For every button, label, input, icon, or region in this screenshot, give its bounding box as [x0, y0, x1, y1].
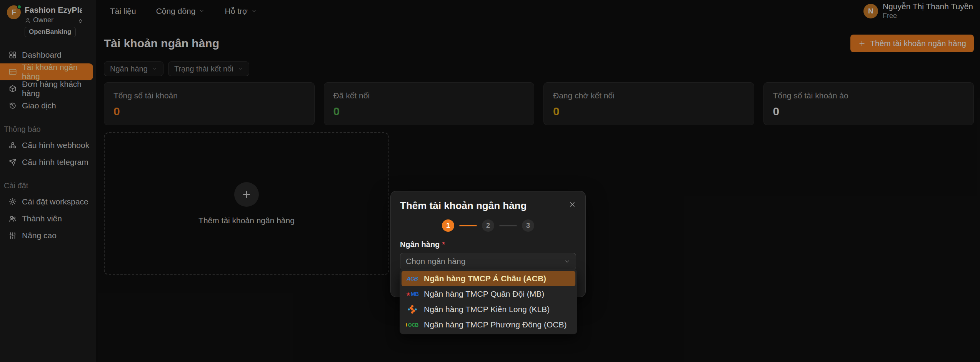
- bank-option-label: Ngân hàng TMCP Phương Đông (OCB): [424, 320, 567, 329]
- bank-field-label-text: Ngân hàng: [400, 240, 440, 249]
- step-1-active: 1: [442, 219, 454, 232]
- stepper: 1 2 3: [400, 219, 576, 232]
- klb-logo: [406, 304, 418, 314]
- chevron-down-icon: [564, 258, 570, 265]
- klb-logo-icon: [407, 304, 417, 314]
- required-asterisk: *: [442, 240, 445, 249]
- mb-logo: ★MB: [406, 291, 418, 297]
- modal-title: Thêm tài khoản ngân hàng: [400, 200, 576, 212]
- ocb-logo: OCB: [406, 322, 418, 328]
- bank-option-acb[interactable]: ACB Ngân hàng TMCP Á Châu (ACB): [402, 271, 575, 286]
- step-connector: [499, 225, 517, 226]
- bank-option-label: Ngân hàng TMCP Kiên Long (KLB): [424, 305, 550, 314]
- acb-logo: ACB: [406, 276, 418, 282]
- bank-option-ocb[interactable]: OCB Ngân hàng TMCP Phương Đông (OCB): [402, 317, 575, 332]
- bank-option-label: Ngân hàng TMCP Quân Đội (MB): [424, 289, 544, 299]
- bank-option-label: Ngân hàng TMCP Á Châu (ACB): [424, 274, 546, 283]
- step-3: 3: [522, 219, 534, 232]
- bank-field-label: Ngân hàng*: [400, 240, 576, 249]
- step-2: 2: [482, 219, 494, 232]
- bank-option-klb[interactable]: Ngân hàng TMCP Kiên Long (KLB): [402, 302, 575, 317]
- bank-select[interactable]: Chọn ngân hàng: [400, 253, 576, 270]
- close-icon: [568, 201, 576, 208]
- bank-select-dropdown: ACB Ngân hàng TMCP Á Châu (ACB) ★MB Ngân…: [400, 269, 577, 334]
- bank-option-mb[interactable]: ★MB Ngân hàng TMCP Quân Đội (MB): [402, 286, 575, 302]
- modal-close-button[interactable]: [567, 199, 578, 211]
- step-connector-active: [459, 225, 477, 226]
- bank-select-placeholder: Chọn ngân hàng: [406, 257, 465, 266]
